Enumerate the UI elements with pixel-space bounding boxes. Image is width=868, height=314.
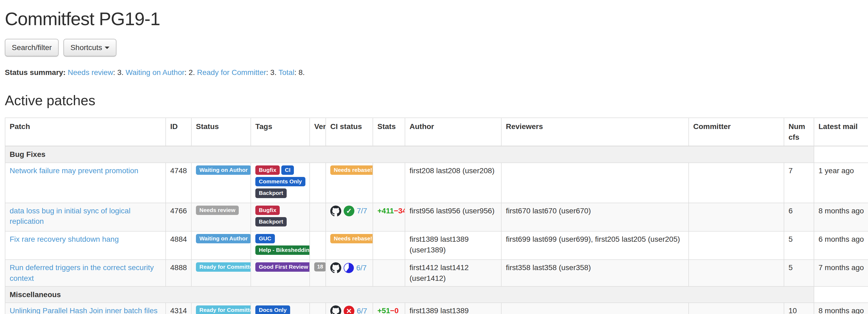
stats-cell bbox=[373, 163, 405, 202]
column-header: CI status bbox=[326, 118, 373, 146]
stats-added: +411 bbox=[377, 207, 394, 215]
tag-badge: GUC bbox=[255, 234, 275, 243]
ci-pass-icon[interactable]: ✓ bbox=[344, 206, 354, 216]
latest-mail-cell: 1 year ago bbox=[814, 163, 868, 202]
shortcuts-label: Shortcuts bbox=[70, 43, 102, 52]
num-cfs-cell: 7 bbox=[784, 163, 814, 202]
table-row: Network failure may prevent promotion474… bbox=[5, 163, 868, 202]
version-cell bbox=[310, 303, 326, 314]
patch-cell: data loss bug in initial sync of logical… bbox=[5, 203, 166, 231]
ci-score-link[interactable]: 7/7 bbox=[357, 206, 367, 216]
tag-badge: Good First Review bbox=[255, 262, 310, 272]
committer-cell bbox=[689, 163, 784, 202]
status-badge: Ready for Committer bbox=[196, 306, 251, 314]
column-header: Committer bbox=[689, 118, 784, 146]
num-cfs-cell: 5 bbox=[784, 260, 814, 286]
patch-cell: Unlinking Parallel Hash Join inner batch… bbox=[5, 303, 166, 314]
ci-status-cell: 6/7 bbox=[326, 260, 373, 286]
version-badge: 18 bbox=[314, 262, 326, 272]
status-cell: Waiting on Author bbox=[191, 231, 251, 260]
num-cfs-cell: 6 bbox=[784, 203, 814, 231]
version-cell bbox=[310, 231, 326, 260]
ci-status-cell: Needs rebase! bbox=[326, 163, 373, 202]
patch-link[interactable]: data loss bug in initial sync of logical… bbox=[10, 207, 130, 226]
section-title: Bug Fixes bbox=[5, 146, 814, 163]
tag-badge: CI bbox=[281, 165, 294, 175]
status-cell: Ready for Committer bbox=[191, 303, 251, 314]
patch-cell: Run deferred triggers in the correct sec… bbox=[5, 260, 166, 286]
section-empty-cell bbox=[814, 286, 868, 303]
section-empty-cell bbox=[814, 146, 868, 163]
status-badge: Needs review bbox=[196, 206, 239, 215]
status-cell: Waiting on Author bbox=[191, 163, 251, 202]
github-icon[interactable] bbox=[330, 262, 341, 273]
stats-cell: +51−0 bbox=[373, 303, 405, 314]
author-cell: first956 last956 (user956) bbox=[405, 203, 501, 231]
status-summary-link[interactable]: Total bbox=[279, 68, 294, 76]
reviewers-cell: first699 last699 (user699), first205 las… bbox=[501, 231, 689, 260]
version-cell bbox=[310, 203, 326, 231]
column-header: Stats bbox=[373, 118, 405, 146]
status-summary-link[interactable]: Needs review bbox=[68, 68, 113, 76]
tags-cell: BugfixCIComments OnlyBackport bbox=[251, 163, 310, 202]
ci-score-link[interactable]: 6/7 bbox=[356, 262, 367, 273]
ci-icons: ✕6/7 bbox=[330, 306, 368, 314]
num-cfs-cell: 10 bbox=[784, 303, 814, 314]
table-row: data loss bug in initial sync of logical… bbox=[5, 203, 868, 231]
patch-id-cell: 4314 bbox=[166, 303, 191, 314]
column-header: Num cfs bbox=[784, 118, 814, 146]
column-header: Patch bbox=[5, 118, 166, 146]
patch-cell: Fix rare recovery shutdown hang bbox=[5, 231, 166, 260]
stats-removed: −0 bbox=[390, 307, 399, 314]
column-header: ID bbox=[166, 118, 191, 146]
tags-cell: GUCHelp - Bikeshedding bbox=[251, 231, 310, 260]
tag-badge: Bugfix bbox=[255, 206, 280, 215]
patch-link[interactable]: Unlinking Parallel Hash Join inner batch… bbox=[10, 307, 158, 314]
ci-score-link[interactable]: 6/7 bbox=[357, 306, 367, 314]
tag-badge: Backport bbox=[255, 217, 287, 226]
status-summary-label: Status summary: bbox=[5, 68, 66, 76]
committer-cell bbox=[689, 203, 784, 231]
tag-badge: Bugfix bbox=[255, 165, 280, 175]
status-summary-link[interactable]: Waiting on Author bbox=[126, 68, 184, 76]
stats-cell: +411−34 bbox=[373, 203, 405, 231]
ci-fail-icon[interactable]: ✕ bbox=[344, 306, 354, 314]
committer-cell bbox=[689, 303, 784, 314]
author-cell: first208 last208 (user208) bbox=[405, 163, 501, 202]
shortcuts-button[interactable]: Shortcuts bbox=[63, 39, 117, 57]
committer-cell bbox=[689, 260, 784, 286]
table-row: Run deferred triggers in the correct sec… bbox=[5, 260, 868, 286]
patch-id-cell: 4748 bbox=[166, 163, 191, 202]
reviewers-cell bbox=[501, 303, 689, 314]
column-header: Latest mail bbox=[814, 118, 868, 146]
github-icon[interactable] bbox=[330, 306, 341, 314]
stats-removed: −34 bbox=[394, 207, 405, 215]
patch-link[interactable]: Fix rare recovery shutdown hang bbox=[10, 235, 119, 243]
table-row: Fix rare recovery shutdown hang4884Waiti… bbox=[5, 231, 868, 260]
author-cell: first1412 last1412 (user1412) bbox=[405, 260, 501, 286]
stats-cell bbox=[373, 231, 405, 260]
patch-link[interactable]: Run deferred triggers in the correct sec… bbox=[10, 263, 154, 282]
search-filter-button[interactable]: Search/filter bbox=[5, 39, 59, 57]
column-header: Tags bbox=[251, 118, 310, 146]
caret-down-icon bbox=[105, 46, 110, 49]
status-badge: Waiting on Author bbox=[196, 234, 251, 243]
section-row: Bug Fixes bbox=[5, 146, 868, 163]
tag-badge: Comments Only bbox=[255, 177, 305, 186]
patch-id-cell: 4884 bbox=[166, 231, 191, 260]
patches-table: PatchIDStatusTagsVerCI statusStatsAuthor… bbox=[5, 118, 868, 314]
status-summary-link[interactable]: Ready for Committer bbox=[197, 68, 266, 76]
tag-badge: Docs Only bbox=[255, 306, 290, 314]
latest-mail-cell: 6 months ago bbox=[814, 231, 868, 260]
ci-status-cell: ✕6/7 bbox=[326, 303, 373, 314]
patch-link[interactable]: Network failure may prevent promotion bbox=[10, 166, 138, 175]
github-icon[interactable] bbox=[330, 206, 341, 217]
needs-rebase-badge: Needs rebase! bbox=[330, 165, 373, 175]
ci-status-cell: Needs rebase! bbox=[326, 231, 373, 260]
status-cell: Ready for Committer bbox=[191, 260, 251, 286]
ci-icons: 6/7 bbox=[330, 262, 368, 273]
num-cfs-cell: 5 bbox=[784, 231, 814, 260]
patch-id-cell: 4766 bbox=[166, 203, 191, 231]
ci-running-icon[interactable] bbox=[344, 263, 354, 273]
table-row: Unlinking Parallel Hash Join inner batch… bbox=[5, 303, 868, 314]
